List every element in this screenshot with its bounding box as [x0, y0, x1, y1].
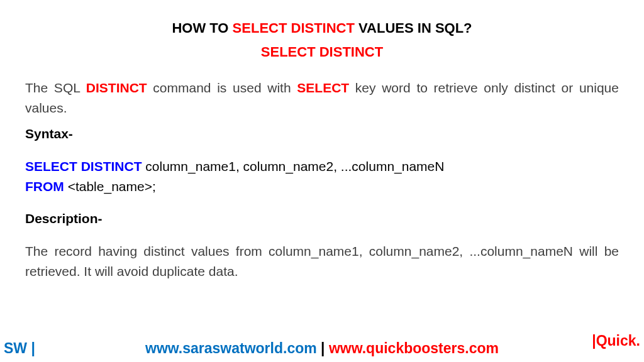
- intro-keyword-distinct: DISTINCT: [86, 80, 147, 95]
- title-post: VALUES IN SQL?: [355, 20, 472, 36]
- title-pre: HOW TO: [172, 20, 232, 36]
- syntax-block: SELECT DISTINCT column_name1, column_nam…: [25, 156, 619, 196]
- intro-paragraph: The SQL DISTINCT command is used with SE…: [25, 78, 619, 118]
- syntax-columns: column_name1, column_name2, ...column_na…: [142, 159, 445, 173]
- slide-title: HOW TO SELECT DISTINCT VALUES IN SQL?: [25, 20, 619, 36]
- footer-url-2: www.quickboosters.com: [329, 340, 499, 356]
- footer-url-1: www.saraswatworld.com: [145, 340, 317, 356]
- intro-text-1: The SQL: [25, 80, 86, 95]
- syntax-line-1: SELECT DISTINCT column_name1, column_nam…: [25, 156, 619, 177]
- description-label: Description-: [25, 211, 619, 226]
- description-paragraph: The record having distinct values from c…: [25, 241, 619, 281]
- syntax-label: Syntax-: [25, 126, 619, 141]
- sql-keyword-from: FROM: [25, 179, 64, 194]
- syntax-table: <table_name>;: [64, 179, 156, 194]
- syntax-line-2: FROM <table_name>;: [25, 177, 619, 197]
- title-highlight: SELECT DISTINCT: [233, 20, 355, 36]
- slide-content: HOW TO SELECT DISTINCT VALUES IN SQL? SE…: [0, 0, 644, 281]
- slide-subtitle: SELECT DISTINCT: [25, 44, 619, 60]
- footer-right-brand: |Quick.: [592, 332, 640, 349]
- footer-separator: |: [317, 340, 329, 356]
- slide-footer: SW | www.saraswatworld.com | www.quickbo…: [0, 340, 644, 357]
- sql-keyword-select-distinct: SELECT DISTINCT: [25, 159, 142, 173]
- intro-keyword-select: SELECT: [297, 80, 349, 95]
- intro-text-2: command is used with: [147, 80, 297, 95]
- footer-left-brand: SW |: [4, 340, 35, 357]
- footer-center-urls: www.saraswatworld.com | www.quickbooster…: [145, 340, 499, 357]
